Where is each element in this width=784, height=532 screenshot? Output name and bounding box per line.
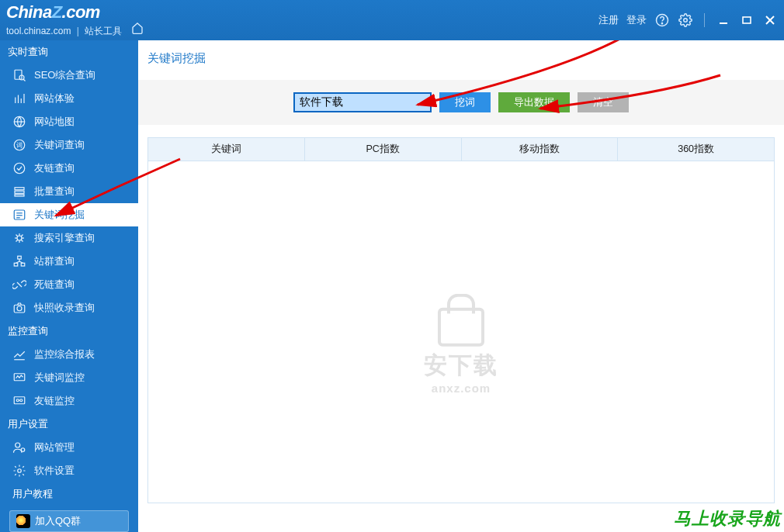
svg-point-51 <box>18 469 22 473</box>
sidebar-item-label: 网站管理 <box>34 440 75 454</box>
svg-line-34 <box>21 240 23 241</box>
svg-line-9 <box>23 79 25 81</box>
batch-icon <box>12 185 26 199</box>
join-qq-button[interactable]: 加入QQ群 <box>9 510 129 532</box>
sidebar-item-batch-query[interactable]: 批量查询 <box>0 180 138 203</box>
login-link[interactable]: 登录 <box>626 13 647 27</box>
th-keyword[interactable]: 关键词 <box>148 138 305 161</box>
logo-part-z: Z <box>52 2 62 22</box>
sidebar-item-label: 友链查询 <box>34 161 75 175</box>
camera-icon <box>12 301 26 315</box>
svg-rect-21 <box>15 195 24 196</box>
th-mobile-index[interactable]: 移动指数 <box>462 138 619 161</box>
sidebar-item-monitor-report[interactable]: 监控综合报表 <box>0 343 138 366</box>
list-icon <box>12 208 26 222</box>
svg-point-18 <box>14 163 25 174</box>
content: 关键词挖掘 挖词 导出数据 清空 关键词 PC指数 移动指数 360指数 安下载… <box>138 40 784 532</box>
svg-point-1 <box>661 23 662 24</box>
logo-sub: tool.chinaz.com | 站长工具 <box>6 22 144 38</box>
sidebar-section-realtime: 实时查询 <box>0 40 138 64</box>
sidebar-item-label: 死链查询 <box>34 278 75 292</box>
sidebar-item-link-query[interactable]: 友链查询 <box>0 157 138 180</box>
toolbar: 挖词 导出数据 清空 <box>138 80 784 125</box>
spider-icon <box>12 231 26 245</box>
minimize-button[interactable] <box>716 15 731 26</box>
sidebar-item-seo[interactable]: SEO综合查询 <box>0 64 138 87</box>
join-qq-label: 加入QQ群 <box>35 514 81 528</box>
sidebar-item-label: 快照收录查询 <box>34 301 95 315</box>
link-monitor-icon <box>12 394 26 408</box>
svg-rect-19 <box>15 188 24 190</box>
svg-point-50 <box>21 448 25 452</box>
sidebar-item-keyword-query[interactable]: 词 关键词查询 <box>0 133 138 157</box>
svg-point-47 <box>20 399 23 402</box>
sidebar-item-experience[interactable]: 网站体验 <box>0 87 138 110</box>
svg-rect-20 <box>15 191 24 193</box>
sidebar-item-link-monitor[interactable]: 友链监控 <box>0 389 138 413</box>
sidebar-item-software-settings[interactable]: 软件设置 <box>0 459 138 482</box>
sidebar-item-label: 关键词监控 <box>34 371 85 385</box>
svg-rect-7 <box>15 70 22 79</box>
sidebar-item-deadlink-query[interactable]: 死链查询 <box>0 273 138 296</box>
sidebar-item-engine-query[interactable]: 搜索引擎查询 <box>0 226 138 250</box>
sidebar-section-monitor: 监控查询 <box>0 320 138 343</box>
svg-line-31 <box>16 235 18 237</box>
sidebar-item-label: 软件设置 <box>34 464 75 478</box>
result-table: 关键词 PC指数 移动指数 360指数 安下载 anxz.com <box>147 137 775 503</box>
logo-block: ChinaZ.com tool.chinaz.com | 站长工具 <box>6 3 144 38</box>
logo-part-2: .com <box>62 2 100 22</box>
search-doc-icon <box>12 68 26 82</box>
svg-point-2 <box>684 19 688 22</box>
gear-icon <box>12 464 26 478</box>
keyword-input[interactable] <box>293 92 432 112</box>
svg-point-46 <box>16 399 19 402</box>
sidebar-item-label: 友链监控 <box>34 394 75 408</box>
close-button[interactable] <box>762 15 778 26</box>
sidebar-item-keyword-mining[interactable]: 关键词挖掘 <box>0 203 138 226</box>
th-360-index[interactable]: 360指数 <box>618 138 774 161</box>
logo-sub-title: 站长工具 <box>85 26 122 36</box>
user-manage-icon <box>12 440 26 454</box>
home-icon[interactable] <box>131 23 144 36</box>
svg-point-49 <box>16 443 20 447</box>
promo-text: 马上收录导航 <box>674 507 781 530</box>
svg-rect-37 <box>21 263 25 266</box>
watermark-line1: 安下载 <box>424 350 498 382</box>
logo-sub-sep: | <box>74 26 82 36</box>
sidebar-item-site-manage[interactable]: 网站管理 <box>0 436 138 459</box>
svg-point-43 <box>17 306 22 311</box>
watermark-line2: anxz.com <box>424 382 498 395</box>
sidebar-item-label: 网站地图 <box>34 115 75 129</box>
link-check-icon <box>12 161 26 175</box>
sidebar-item-label: 监控综合报表 <box>34 347 95 361</box>
sidebar-item-cluster-query[interactable]: 站群查询 <box>0 250 138 273</box>
clear-button[interactable]: 清空 <box>578 92 629 112</box>
search-button[interactable]: 挖词 <box>439 92 491 112</box>
logo-part-1: China <box>6 2 52 22</box>
sidebar: 实时查询 SEO综合查询 网站体验 网站地图 词 关键词查询 友链查询 批量查询… <box>0 40 138 532</box>
th-pc-index[interactable]: PC指数 <box>305 138 462 161</box>
sidebar-item-sitemap[interactable]: 网站地图 <box>0 110 138 133</box>
svg-text:词: 词 <box>16 142 23 149</box>
svg-rect-4 <box>743 17 751 23</box>
chart-icon <box>12 347 26 361</box>
svg-line-33 <box>16 240 18 241</box>
sidebar-item-label: 搜索引擎查询 <box>34 231 95 245</box>
keyword-icon: 词 <box>12 138 26 152</box>
bars-icon <box>12 92 26 105</box>
settings-icon[interactable] <box>678 12 693 28</box>
sidebar-user-guide[interactable]: 用户教程 <box>0 482 138 506</box>
sidebar-item-snapshot-query[interactable]: 快照收录查询 <box>0 296 138 320</box>
svg-rect-35 <box>18 256 22 259</box>
svg-line-41 <box>17 282 22 287</box>
table-header: 关键词 PC指数 移动指数 360指数 <box>148 138 774 161</box>
maximize-button[interactable] <box>739 15 755 26</box>
sidebar-item-label: 站群查询 <box>34 254 75 268</box>
export-button[interactable]: 导出数据 <box>498 92 570 112</box>
svg-rect-36 <box>14 263 18 266</box>
register-link[interactable]: 注册 <box>598 13 619 27</box>
sidebar-item-keyword-monitor[interactable]: 关键词监控 <box>0 366 138 389</box>
page-title: 关键词挖掘 <box>138 40 784 80</box>
help-icon[interactable] <box>654 12 670 28</box>
sidebar-item-label: 关键词挖掘 <box>34 208 85 222</box>
